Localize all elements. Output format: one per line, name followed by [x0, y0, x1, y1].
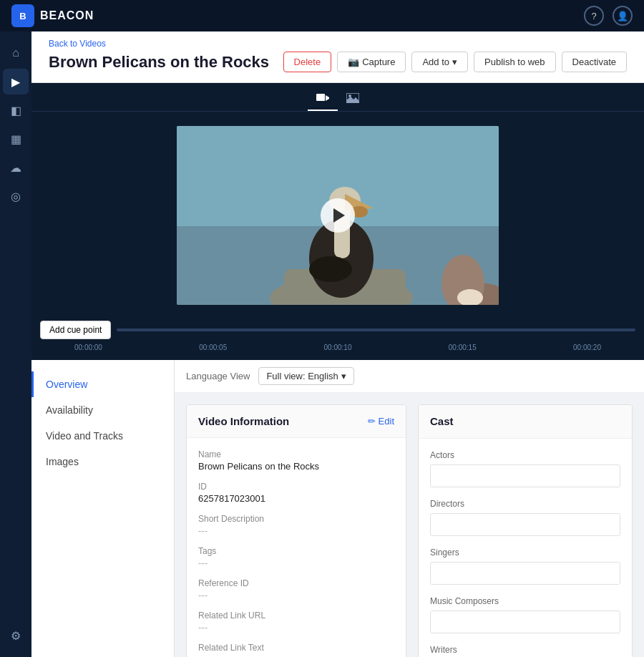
nav-right-actions: ? 👤: [584, 6, 633, 26]
timeline-section: Add cue point 00:00:00 00:00:05 00:00:10…: [31, 312, 644, 360]
add-cue-point-button[interactable]: Add cue point: [40, 321, 111, 339]
svg-point-14: [309, 256, 352, 282]
cast-body: Actors Directors Singers: [419, 439, 632, 657]
nav-brand: B BEACON: [11, 4, 94, 27]
timestamp-2: 00:00:10: [324, 344, 352, 351]
back-link[interactable]: Back to Videos: [49, 39, 627, 49]
actors-input[interactable]: [430, 464, 620, 487]
help-button[interactable]: ?: [584, 6, 604, 26]
sidebar-item-overview[interactable]: Overview: [31, 371, 174, 397]
chevron-down-icon: ▾: [341, 371, 346, 381]
field-name: Name Brown Pelicans on the Rocks: [198, 449, 394, 472]
language-select[interactable]: Full view: English ▾: [258, 367, 353, 385]
header-actions: Delete 📷 Capture Add to ▾ Publish to web…: [283, 52, 627, 72]
video-info-title: Video Information: [198, 415, 289, 427]
singers-input[interactable]: [430, 562, 620, 585]
sidebar-item-cloud[interactable]: ☁: [3, 155, 29, 180]
publish-to-web-button[interactable]: Publish to web: [474, 52, 556, 72]
tab-video[interactable]: [308, 89, 338, 111]
user-button[interactable]: 👤: [613, 6, 633, 26]
sidebar-item-circle[interactable]: ◎: [3, 183, 29, 209]
video-info-body: Name Brown Pelicans on the Rocks ID 6257…: [187, 438, 406, 657]
chevron-down-icon: ▾: [452, 57, 457, 67]
capture-button[interactable]: 📷 Capture: [337, 52, 406, 72]
language-bar: Language View Full view: English ▾: [175, 360, 644, 393]
language-selected-value: Full view: English: [266, 371, 338, 381]
sidebar-item-calendar[interactable]: ▦: [3, 126, 29, 152]
svg-marker-1: [326, 95, 329, 101]
video-section: Add cue point 00:00:00 00:00:05 00:00:10…: [31, 83, 644, 360]
timestamp-0: 00:00:00: [74, 344, 102, 351]
content-area: Overview Availability Video and Tracks I…: [31, 360, 644, 657]
timestamp-1: 00:00:05: [199, 344, 227, 351]
field-related-link-url: Related Link URL ---: [198, 610, 394, 633]
cast-title: Cast: [430, 415, 454, 427]
page-header-row: Brown Pelicans on the Rocks Delete 📷 Cap…: [49, 52, 627, 72]
video-info-panel: Video Information ✏ Edit Name Brown Peli…: [186, 404, 406, 657]
pencil-icon: ✏: [368, 416, 376, 427]
main-content: Back to Videos Brown Pelicans on the Roc…: [31, 31, 644, 657]
left-nav: Overview Availability Video and Tracks I…: [31, 360, 175, 657]
page-header: Back to Videos Brown Pelicans on the Roc…: [31, 31, 644, 83]
music-composers-input[interactable]: [430, 610, 620, 633]
tab-image[interactable]: [338, 89, 368, 111]
field-related-link-text: Related Link Text ---: [198, 643, 394, 657]
sidebar: ⌂ ▶ ◧ ▦ ☁ ◎ ⚙: [0, 31, 31, 657]
timeline-bar: [117, 328, 635, 331]
timeline-bar-container[interactable]: [117, 323, 635, 337]
field-short-description: Short Description ---: [198, 514, 394, 536]
video-info-header: Video Information ✏ Edit: [187, 405, 406, 438]
cast-section-music-composers: Music Composers: [430, 596, 620, 633]
timeline-timestamps: 00:00:00 00:00:05 00:00:10 00:00:15 00:0…: [31, 342, 644, 354]
field-tags: Tags ---: [198, 546, 394, 568]
delete-button[interactable]: Delete: [283, 52, 332, 72]
sidebar-item-videos[interactable]: ▶: [3, 69, 29, 94]
edit-button[interactable]: ✏ Edit: [368, 416, 394, 427]
directors-input[interactable]: [430, 513, 620, 536]
video-player: [177, 126, 499, 305]
sidebar-item-video-tracks[interactable]: Video and Tracks: [31, 423, 174, 449]
svg-rect-0: [316, 94, 325, 101]
video-player-container: [31, 112, 644, 312]
logo-icon: B: [11, 4, 34, 27]
timestamp-4: 00:00:20: [573, 344, 601, 351]
cast-section-directors: Directors: [430, 499, 620, 536]
sidebar-item-images[interactable]: Images: [31, 449, 174, 474]
cast-section-actors: Actors: [430, 450, 620, 487]
deactivate-button[interactable]: Deactivate: [562, 52, 627, 72]
timestamp-3: 00:00:15: [449, 344, 477, 351]
timeline-controls: Add cue point: [31, 318, 644, 342]
field-reference-id: Reference ID ---: [198, 578, 394, 600]
top-navigation: B BEACON ? 👤: [0, 0, 644, 31]
language-view-label: Language View: [186, 371, 250, 381]
sidebar-item-layers[interactable]: ◧: [3, 97, 29, 123]
field-id: ID 6257817023001: [198, 482, 394, 504]
app-name: BEACON: [40, 9, 94, 22]
cast-section-singers: Singers: [430, 548, 620, 585]
sidebar-item-availability[interactable]: Availability: [31, 397, 174, 423]
cast-section-writers: Writers: [430, 645, 620, 657]
play-icon: [333, 208, 345, 223]
sidebar-item-settings[interactable]: ⚙: [3, 623, 29, 648]
page-title: Brown Pelicans on the Rocks: [49, 53, 269, 72]
lang-and-panels: Video Information ✏ Edit Name Brown Peli…: [175, 393, 644, 657]
svg-marker-4: [346, 97, 359, 103]
sidebar-item-home[interactable]: ⌂: [3, 40, 29, 66]
cast-panel: Cast Actors Directors: [418, 404, 633, 657]
cast-header: Cast: [419, 405, 632, 439]
play-button[interactable]: [321, 198, 355, 233]
app-layout: ⌂ ▶ ◧ ▦ ☁ ◎ ⚙ Back to Videos Brown Pelic…: [0, 31, 644, 657]
camera-icon: 📷: [348, 57, 359, 67]
video-tabs: [31, 83, 644, 112]
content-panels: Language View Full view: English ▾ Video…: [175, 360, 644, 657]
add-to-button[interactable]: Add to ▾: [411, 52, 468, 72]
